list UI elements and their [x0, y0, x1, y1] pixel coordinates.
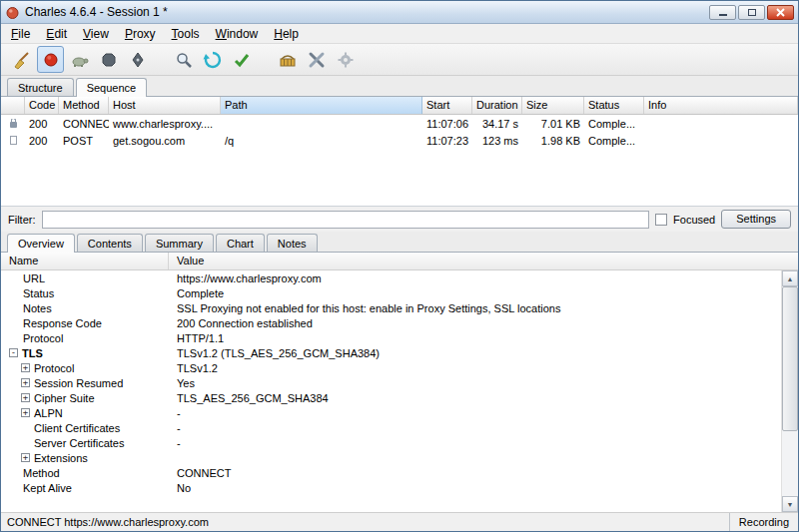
tree-expander-icon[interactable]: +	[21, 453, 30, 462]
cell-start: 11:07:06	[422, 118, 472, 130]
minimize-button[interactable]	[709, 5, 736, 20]
session-row[interactable]: 200CONNECTwww.charlesproxy....11:07:0634…	[1, 115, 798, 132]
repeat-button[interactable]	[199, 46, 226, 73]
close-icon	[776, 8, 785, 17]
tree-expander-icon[interactable]: +	[21, 408, 30, 417]
settings-gear-button[interactable]	[332, 46, 359, 73]
overview-name-column-header[interactable]: Name	[1, 253, 169, 269]
overview-row[interactable]: URLhttps://www.charlesproxy.com	[1, 270, 781, 285]
validate-button[interactable]	[228, 46, 255, 73]
overview-row[interactable]: -TLSTLSv1.2 (TLS_AES_256_GCM_SHA384)	[1, 345, 781, 360]
column-header-status[interactable]: Status	[584, 97, 644, 114]
settings-tools-button[interactable]	[303, 46, 330, 73]
column-header-info[interactable]: Info	[644, 97, 798, 114]
menu-edit[interactable]: Edit	[38, 25, 75, 43]
overview-value: TLSv1.2	[169, 362, 781, 374]
scroll-up-icon[interactable]: ▲	[782, 270, 798, 286]
cell-host: get.sogou.com	[109, 135, 221, 147]
overview-row[interactable]: ProtocolHTTP/1.1	[1, 330, 781, 345]
overview-value-column-header[interactable]: Value	[169, 253, 798, 269]
overview-value: Yes	[169, 377, 781, 389]
overview-name-cell: Client Certificates	[1, 422, 169, 434]
cell-code: 200	[25, 135, 59, 147]
cell-status: Comple...	[584, 118, 644, 130]
column-header-duration[interactable]: Duration	[472, 97, 522, 114]
compose-button[interactable]	[124, 46, 151, 73]
column-header-method[interactable]: Method	[59, 97, 109, 114]
tree-expander-icon[interactable]: +	[21, 378, 30, 387]
filter-input[interactable]	[42, 211, 650, 229]
cell-start: 11:07:23	[422, 135, 472, 147]
overview-row[interactable]: +Cipher SuiteTLS_AES_256_GCM_SHA384	[1, 390, 781, 405]
overview-name-cell: Kept Alive	[1, 482, 169, 494]
detail-tab-notes[interactable]: Notes	[267, 234, 318, 252]
cell-status: Comple...	[584, 135, 644, 147]
find-button[interactable]	[170, 46, 197, 73]
vertical-scrollbar[interactable]: ▲ ▼	[781, 270, 798, 512]
overview-row[interactable]: NotesSSL Proxying not enabled for this h…	[1, 300, 781, 315]
overview-row[interactable]: +Extensions	[1, 450, 781, 465]
column-header-start[interactable]: Start	[422, 97, 472, 114]
menu-view[interactable]: View	[75, 25, 117, 43]
overview-row[interactable]: Kept AliveNo	[1, 480, 781, 495]
detail-tab-summary[interactable]: Summary	[145, 234, 214, 252]
overview-name-cell: +Cipher Suite	[1, 392, 169, 404]
focused-checkbox[interactable]	[655, 214, 667, 226]
tree-expander-icon[interactable]: -	[9, 348, 18, 357]
filter-label: Filter:	[8, 214, 36, 226]
cell-duration: 123 ms	[472, 135, 522, 147]
maximize-button[interactable]	[738, 5, 765, 20]
settings-button[interactable]: Settings	[721, 210, 791, 229]
menu-tools[interactable]: Tools	[164, 25, 208, 43]
app-icon	[5, 5, 20, 20]
detail-tab-overview[interactable]: Overview	[7, 234, 75, 253]
scroll-down-icon[interactable]: ▼	[782, 496, 798, 512]
tab-structure[interactable]: Structure	[7, 78, 74, 96]
overview-name-cell: Response Code	[1, 317, 169, 329]
column-header-icon[interactable]	[1, 97, 25, 114]
overview-row[interactable]: +Session ResumedYes	[1, 375, 781, 390]
menu-file[interactable]: File	[3, 25, 38, 43]
tools-basket-button[interactable]	[274, 46, 301, 73]
overview-name: Notes	[23, 302, 52, 314]
throttle-button[interactable]	[66, 46, 93, 73]
column-header-path[interactable]: Path	[221, 97, 422, 114]
overview-name: Extensions	[34, 452, 88, 464]
tree-expander-icon[interactable]: +	[21, 393, 30, 402]
tab-sequence[interactable]: Sequence	[76, 78, 148, 97]
overview-name: Protocol	[23, 332, 63, 344]
overview-name-cell: +ALPN	[1, 407, 169, 419]
record-button[interactable]	[37, 46, 64, 73]
detail-tab-contents[interactable]: Contents	[77, 234, 143, 252]
cell-size: 1.98 KB	[522, 135, 584, 147]
overview-row[interactable]: Server Certificates-	[1, 435, 781, 450]
scrollbar-thumb[interactable]	[782, 286, 798, 431]
overview-name-cell: Protocol	[1, 332, 169, 344]
overview-name: URL	[23, 272, 45, 284]
breakpoints-button[interactable]	[95, 46, 122, 73]
menu-window[interactable]: Window	[208, 25, 267, 43]
column-header-size[interactable]: Size	[522, 97, 584, 114]
menu-proxy[interactable]: Proxy	[117, 25, 164, 43]
document-icon	[10, 136, 17, 145]
menu-help[interactable]: Help	[266, 25, 307, 43]
tree-expander-icon[interactable]: +	[21, 363, 30, 372]
detail-tab-chart[interactable]: Chart	[216, 234, 265, 252]
overview-row[interactable]: MethodCONNECT	[1, 465, 781, 480]
overview-row[interactable]: Response Code200 Connection established	[1, 315, 781, 330]
maximize-icon	[748, 9, 756, 16]
column-header-code[interactable]: Code	[25, 97, 59, 114]
overview-name: Response Code	[23, 317, 102, 329]
overview-value: CONNECT	[169, 467, 781, 479]
close-button[interactable]	[767, 5, 794, 20]
overview-row[interactable]: +ProtocolTLSv1.2	[1, 360, 781, 375]
cell-path: /q	[221, 135, 422, 147]
column-header-host[interactable]: Host	[109, 97, 221, 114]
overview-row[interactable]: StatusComplete	[1, 285, 781, 300]
repeat-icon	[203, 50, 223, 70]
clear-session-button[interactable]	[8, 46, 35, 73]
overview-name-cell: Server Certificates	[1, 437, 169, 449]
overview-row[interactable]: Client Certificates-	[1, 420, 781, 435]
session-row[interactable]: 200POSTget.sogou.com/q11:07:23123 ms1.98…	[1, 132, 798, 149]
overview-row[interactable]: +ALPN-	[1, 405, 781, 420]
